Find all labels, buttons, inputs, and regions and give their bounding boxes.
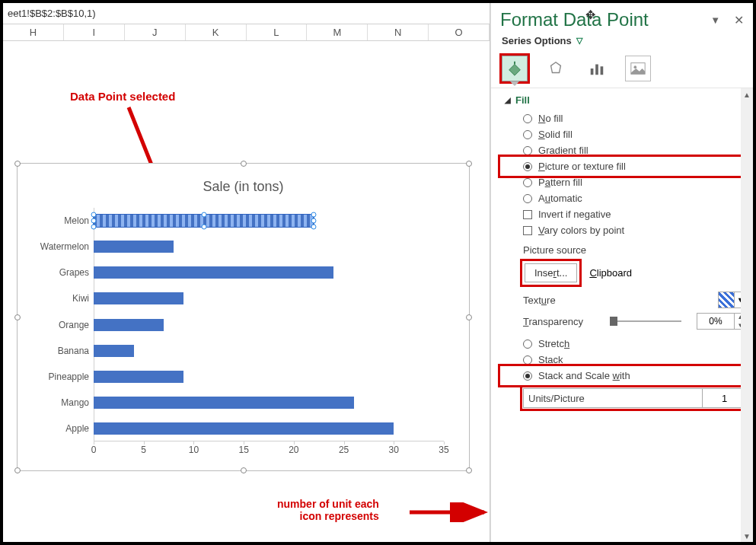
transparency-label: Transparency bbox=[523, 316, 595, 327]
chevron-down-icon[interactable]: ▽ bbox=[576, 36, 582, 46]
svg-rect-3 bbox=[595, 65, 598, 75]
x-tick-label: 30 bbox=[389, 445, 399, 455]
category-label: Pineapple bbox=[21, 371, 94, 382]
col-header[interactable]: K bbox=[186, 24, 247, 40]
col-header[interactable]: I bbox=[64, 24, 125, 40]
collapse-icon[interactable]: ◢ bbox=[505, 96, 511, 104]
chart-object[interactable]: Sale (in tons) MelonWatermelonGrapesKiwi… bbox=[17, 163, 470, 471]
svg-rect-2 bbox=[591, 69, 594, 75]
picture-source-label: Picture source bbox=[502, 238, 747, 259]
scroll-up-icon[interactable]: ▲ bbox=[741, 88, 753, 100]
scroll-down-icon[interactable]: ▼ bbox=[741, 530, 753, 542]
radio-stack[interactable]: Stack bbox=[502, 352, 747, 368]
radio-stack-scale[interactable]: Stack and Scale with bbox=[502, 368, 747, 384]
x-tick-label: 10 bbox=[189, 445, 199, 455]
pane-menu-button[interactable]: ▼ bbox=[710, 14, 720, 26]
bar-pineapple[interactable] bbox=[94, 371, 183, 383]
col-header[interactable]: J bbox=[125, 24, 186, 40]
bar-apple[interactable] bbox=[94, 422, 394, 435]
clipboard-button[interactable]: Clipboard bbox=[589, 267, 632, 279]
check-vary-colors[interactable]: Vary colors by point bbox=[502, 222, 747, 238]
x-tick-label: 15 bbox=[238, 445, 248, 455]
col-header[interactable]: M bbox=[307, 24, 368, 40]
bar-orange[interactable] bbox=[94, 319, 164, 331]
move-cursor-icon: ✥ bbox=[585, 8, 595, 22]
radio-no-fill[interactable]: NNo fillo fill bbox=[502, 110, 747, 126]
chart-title[interactable]: Sale (in tons) bbox=[18, 164, 469, 202]
x-tick-label: 20 bbox=[289, 445, 298, 455]
bar-watermelon[interactable] bbox=[94, 241, 174, 253]
svg-rect-4 bbox=[601, 66, 604, 75]
tab-effects[interactable] bbox=[543, 56, 569, 81]
bar-mango[interactable] bbox=[94, 397, 354, 409]
svg-point-6 bbox=[634, 65, 637, 69]
texture-swatch[interactable] bbox=[718, 292, 735, 308]
category-label: Apple bbox=[21, 423, 94, 434]
category-label: Kiwi bbox=[21, 293, 94, 304]
category-label: Melon bbox=[21, 215, 94, 226]
tab-series-options[interactable] bbox=[584, 56, 610, 81]
plot-area[interactable]: MelonWatermelonGrapesKiwiOrangeBananaPin… bbox=[94, 208, 444, 441]
fill-section-label[interactable]: Fill bbox=[515, 94, 530, 106]
tab-fill-line[interactable] bbox=[502, 56, 528, 81]
radio-automatic[interactable]: Automatic bbox=[502, 190, 747, 206]
x-tick-label: 0 bbox=[91, 445, 97, 455]
radio-pattern-fill[interactable]: Pattern fill bbox=[502, 174, 747, 190]
radio-stretch[interactable]: Stretch bbox=[502, 336, 747, 352]
category-label: Mango bbox=[21, 397, 94, 408]
bar-banana[interactable] bbox=[94, 345, 134, 357]
radio-solid-fill[interactable]: Solid fill bbox=[502, 126, 747, 142]
col-header[interactable]: N bbox=[368, 24, 429, 40]
x-tick-label: 35 bbox=[439, 445, 448, 455]
scrollbar[interactable]: ▲ ▼ bbox=[741, 88, 753, 542]
arrow-icon bbox=[408, 502, 490, 522]
x-tick-label: 25 bbox=[339, 445, 349, 455]
series-options-label[interactable]: Series Options bbox=[502, 35, 572, 46]
category-label: Grapes bbox=[21, 267, 94, 278]
x-tick-label: 5 bbox=[141, 445, 146, 455]
radio-picture-texture-fill[interactable]: Picture or texture fill bbox=[502, 158, 747, 174]
category-label: Watermelon bbox=[21, 241, 94, 252]
bar-kiwi[interactable] bbox=[94, 292, 183, 304]
annotation-data-point: Data Point selected bbox=[70, 90, 175, 103]
category-label: Banana bbox=[21, 346, 94, 356]
check-invert-negative[interactable]: Invert if negative bbox=[502, 206, 747, 222]
transparency-slider[interactable] bbox=[610, 320, 681, 322]
format-pane: Format Data Point ✥ ▼ ✕ Series Options ▽ bbox=[490, 3, 753, 542]
formula-text: eet1!$B$2:$B$10,1) bbox=[8, 8, 96, 19]
col-header[interactable]: H bbox=[3, 24, 64, 40]
category-label: Orange bbox=[21, 320, 94, 330]
tab-picture[interactable] bbox=[625, 56, 651, 81]
close-icon[interactable]: ✕ bbox=[734, 13, 744, 27]
col-header[interactable]: O bbox=[429, 24, 490, 40]
pane-title: Format Data Point ✥ bbox=[500, 9, 710, 30]
column-headers: H I J K L M N O bbox=[3, 24, 490, 41]
transparency-input[interactable]: ▲▼ bbox=[697, 313, 747, 330]
radio-gradient-fill[interactable]: Gradient fill bbox=[502, 142, 747, 158]
insert-picture-button[interactable]: Insert... bbox=[525, 263, 577, 282]
col-header[interactable]: L bbox=[247, 24, 308, 40]
texture-label: Texture bbox=[523, 295, 710, 306]
units-picture-field[interactable]: Units/Picture 1 bbox=[523, 388, 747, 408]
annotation-units: number of unit eachicon represents bbox=[277, 499, 379, 522]
formula-bar[interactable]: eet1!$B$2:$B$10,1) bbox=[3, 3, 490, 24]
bar-grapes[interactable] bbox=[94, 266, 333, 279]
